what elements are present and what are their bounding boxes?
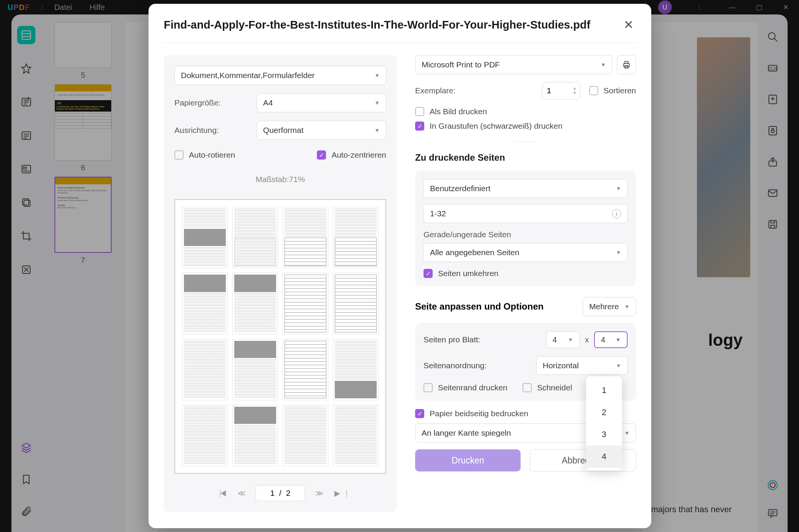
stepper-down-icon[interactable]: ▼ [573,91,577,95]
print-as-image-checkbox[interactable] [415,107,424,116]
prev-page-icon[interactable]: ≪ [234,486,249,500]
content-select[interactable]: Dokument,Kommentar,Formularfelder▼ [174,66,386,85]
odd-even-select[interactable]: Alle angegebenen Seiten▼ [423,243,628,262]
stepper-up-icon[interactable]: ▲ [573,86,577,90]
pages-per-sheet-cols[interactable]: 4▼ [546,331,580,348]
reverse-pages-checkbox[interactable]: ✓ [423,269,433,278]
dropdown-option[interactable]: 1 [586,379,622,401]
auto-center-checkbox[interactable]: ✓ [317,150,326,160]
dropdown-option[interactable]: 2 [586,401,622,423]
cutmarks-checkbox[interactable] [523,383,532,392]
print-border-checkbox[interactable] [423,383,433,392]
printer-properties-icon[interactable] [617,55,636,74]
page-order-label: Seitenanordnung: [423,361,536,370]
paper-size-select[interactable]: A4▼ [257,93,386,112]
close-icon[interactable]: ✕ [621,18,636,32]
page-indicator[interactable]: 1 / 2 [256,485,305,501]
last-page-icon[interactable]: ▶⎹ [333,486,348,500]
rows-dropdown: 1 2 3 4 [586,376,622,471]
auto-rotate-checkbox[interactable] [174,150,184,160]
print-button[interactable]: Drucken [415,449,521,471]
fit-mode-select[interactable]: Mehrere▼ [583,297,636,316]
page-order-select[interactable]: Horizontal▼ [536,356,628,375]
copies-input[interactable]: 1 ▲▼ [542,82,580,99]
page-range-input[interactable]: 1-32 i [423,204,628,223]
pages-section-title: Zu druckende Seiten [415,152,636,163]
preview-pager: ⎹◀ ≪ 1 / 2 ≫ ▶⎹ [174,485,386,501]
fit-section-title: Seite anpassen und Optionen [415,301,543,312]
printer-select[interactable]: Microsoft Print to PDF▼ [415,55,612,74]
copies-label: Exemplare: [415,86,455,95]
collate-checkbox[interactable] [589,86,598,95]
grayscale-checkbox[interactable]: ✓ [415,121,424,131]
svg-rect-27 [623,64,629,67]
print-dialog: Find-and-Apply-For-the-Best-Institutes-I… [149,4,651,528]
print-preview [174,199,386,474]
next-page-icon[interactable]: ≫ [312,486,326,500]
help-icon[interactable]: i [612,209,621,218]
first-page-icon[interactable]: ⎹◀ [213,486,227,500]
svg-rect-28 [625,61,628,63]
dropdown-option[interactable]: 4 [586,446,622,468]
orientation-label: Ausrichtung: [174,126,257,135]
range-type-select[interactable]: Benutzerdefiniert▼ [423,179,628,198]
paper-size-label: Papiergröße: [174,98,257,107]
pages-per-sheet-label: Seiten pro Blatt: [423,335,546,344]
duplex-checkbox[interactable]: ✓ [415,409,424,418]
pages-per-sheet-rows[interactable]: 4▼ [594,331,628,348]
dialog-title: Find-and-Apply-For-the-Best-Institutes-I… [164,19,590,31]
odd-even-label: Gerade/ungerade Seiten [423,230,628,239]
print-preview-panel: Dokument,Kommentar,Formularfelder▼ Papie… [164,55,397,512]
scale-label: Maßstab:71% [174,175,386,184]
orientation-select[interactable]: Querformat▼ [257,121,386,140]
dropdown-option[interactable]: 3 [586,423,622,446]
